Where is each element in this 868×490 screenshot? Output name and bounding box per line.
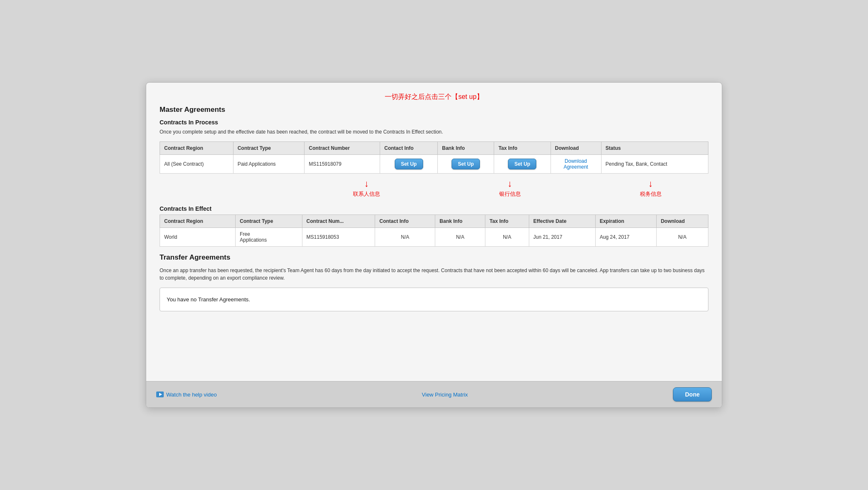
table-row: World FreeApplications MS115918053 N/A N…: [160, 228, 708, 247]
eff-cell-bank: N/A: [435, 228, 485, 247]
contracts-in-process-title: Contracts In Process: [160, 119, 708, 126]
col-header-region: Contract Region: [160, 142, 233, 155]
cell-contact-info: Set Up: [380, 155, 438, 174]
setup-contact-button[interactable]: Set Up: [395, 159, 423, 169]
help-video-icon: [156, 391, 164, 398]
col-header-bank: Bank Info: [438, 142, 494, 155]
main-content: 一切弄好之后点击三个【set up】 Master Agreements Con…: [146, 83, 722, 381]
eff-cell-expiration: Aug 24, 2017: [595, 228, 656, 247]
annotation-bank: ↑ 银行信息: [499, 180, 521, 198]
col-header-contact: Contact Info: [380, 142, 438, 155]
cell-tax-info: Set Up: [494, 155, 551, 174]
no-transfer-agreements-box: You have no Transfer Agreements.: [160, 288, 708, 311]
master-agreements-title: Master Agreements: [160, 106, 708, 114]
eff-cell-tax: N/A: [485, 228, 529, 247]
eff-col-download: Download: [656, 215, 708, 228]
contracts-in-effect-table: Contract Region Contract Type Contract N…: [160, 215, 708, 247]
eff-col-contact: Contact Info: [375, 215, 435, 228]
top-annotation-text: 一切弄好之后点击三个【set up】: [385, 93, 483, 100]
annotation-contact: ↑ 联系人信息: [353, 180, 380, 198]
arrow-up-tax: ↑: [648, 180, 653, 189]
col-header-number: Contract Number: [305, 142, 380, 155]
transfer-agreements-description: Once an app transfer has been requested,…: [160, 267, 708, 282]
transfer-agreements-title: Transfer Agreements: [160, 253, 708, 262]
eff-cell-number: MS115918053: [302, 228, 375, 247]
view-pricing-matrix-link[interactable]: View Pricing Matrix: [422, 391, 468, 398]
cell-download: DownloadAgreement: [551, 155, 601, 174]
footer-center: View Pricing Matrix: [217, 391, 673, 398]
eff-col-expiration: Expiration: [595, 215, 656, 228]
contracts-in-process-table: Contract Region Contract Type Contract N…: [160, 141, 708, 174]
annotation-tax-label: 税务信息: [640, 190, 662, 198]
annotation-bank-label: 银行信息: [499, 190, 521, 198]
main-window: 一切弄好之后点击三个【set up】 Master Agreements Con…: [146, 82, 722, 408]
eff-cell-contact: N/A: [375, 228, 435, 247]
eff-col-type: Contract Type: [236, 215, 302, 228]
cell-bank-info: Set Up: [438, 155, 494, 174]
footer-left: Watch the help video: [156, 391, 217, 398]
col-header-download: Download: [551, 142, 601, 155]
table-row: All (See Contract) Paid Applications MS1…: [160, 155, 708, 174]
transfer-agreements-section: Transfer Agreements Once an app transfer…: [160, 253, 708, 311]
done-button[interactable]: Done: [673, 387, 712, 402]
watch-help-video-link[interactable]: Watch the help video: [166, 391, 217, 398]
eff-cell-type: FreeApplications: [236, 228, 302, 247]
eff-cell-effective: Jun 21, 2017: [529, 228, 595, 247]
cell-number: MS115918079: [305, 155, 380, 174]
col-header-status: Status: [601, 142, 708, 155]
no-transfer-text: You have no Transfer Agreements.: [167, 296, 250, 303]
col-header-tax: Tax Info: [494, 142, 551, 155]
setup-bank-button[interactable]: Set Up: [452, 159, 480, 169]
cell-type: Paid Applications: [233, 155, 305, 174]
contracts-in-effect-title: Contracts In Effect: [160, 205, 708, 212]
contracts-in-effect-section: Contracts In Effect Contract Region Cont…: [160, 205, 708, 247]
eff-cell-region: World: [160, 228, 236, 247]
annotation-contact-label: 联系人信息: [353, 190, 380, 198]
eff-col-tax: Tax Info: [485, 215, 529, 228]
setup-tax-button[interactable]: Set Up: [508, 159, 536, 169]
top-annotation-bar: 一切弄好之后点击三个【set up】: [160, 93, 708, 101]
contracts-in-process-description: Once you complete setup and the effectiv…: [160, 128, 708, 136]
cell-region: All (See Contract): [160, 155, 233, 174]
arrow-up-contact: ↑: [364, 180, 369, 189]
contracts-in-process-section: Contracts In Process Once you complete s…: [160, 119, 708, 174]
arrow-annotations-group: ↑ 联系人信息 ↑ 银行信息 ↑ 税务信息: [306, 180, 708, 198]
footer: Watch the help video View Pricing Matrix…: [146, 381, 722, 407]
annotation-tax: ↑ 税务信息: [640, 180, 662, 198]
eff-col-bank: Bank Info: [435, 215, 485, 228]
eff-col-number: Contract Num...: [302, 215, 375, 228]
download-agreement-link[interactable]: DownloadAgreement: [555, 158, 597, 170]
col-header-type: Contract Type: [233, 142, 305, 155]
eff-cell-download: N/A: [656, 228, 708, 247]
eff-col-region: Contract Region: [160, 215, 236, 228]
cell-status: Pending Tax, Bank, Contact: [601, 155, 708, 174]
eff-col-effective: Effective Date: [529, 215, 595, 228]
arrow-up-bank: ↑: [508, 180, 512, 189]
